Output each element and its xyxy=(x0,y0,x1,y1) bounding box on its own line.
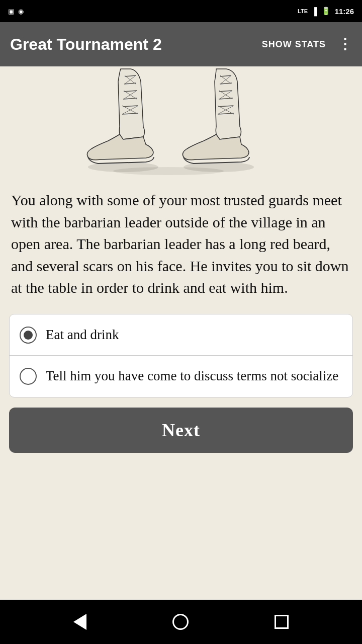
nav-bar xyxy=(0,600,362,644)
lte-icon: LTE xyxy=(298,8,308,14)
sim-icon: ▣ xyxy=(8,8,14,15)
next-button[interactable]: Next xyxy=(9,408,353,453)
status-bar: ▣ ◉ LTE ▐ 🔋 11:26 xyxy=(0,0,362,22)
status-bar-right: LTE ▐ 🔋 11:26 xyxy=(298,7,354,16)
back-button[interactable] xyxy=(73,614,86,630)
home-button[interactable] xyxy=(172,614,189,630)
option-2-label: Tell him you have come to discuss terms … xyxy=(46,367,338,386)
status-bar-left: ▣ ◉ xyxy=(8,8,24,15)
option-1[interactable]: Eat and drink xyxy=(10,314,352,356)
battery-icon: 🔋 xyxy=(321,7,331,16)
more-options-icon[interactable]: ⋮ xyxy=(338,37,352,51)
illustration-container xyxy=(0,66,362,177)
svg-point-27 xyxy=(113,167,224,175)
time-display: 11:26 xyxy=(335,7,354,16)
signal-icon: ▐ xyxy=(312,7,317,16)
boots-illustration xyxy=(45,66,317,177)
radio-button-1[interactable] xyxy=(20,327,37,344)
option-2[interactable]: Tell him you have come to discuss terms … xyxy=(10,356,352,397)
story-text: You along with some of your most trusted… xyxy=(0,177,362,309)
app-title: Great Tournament 2 xyxy=(10,35,162,54)
android-icon: ◉ xyxy=(18,8,24,15)
show-stats-button[interactable]: SHOW STATS xyxy=(262,39,326,50)
options-container: Eat and drink Tell him you have come to … xyxy=(9,314,353,398)
option-1-label: Eat and drink xyxy=(46,326,119,345)
toolbar-actions: SHOW STATS ⋮ xyxy=(262,37,352,51)
next-button-container: Next xyxy=(0,408,362,462)
recents-button[interactable] xyxy=(275,615,289,629)
svg-rect-0 xyxy=(45,66,317,177)
radio-button-2[interactable] xyxy=(20,368,37,385)
app-toolbar: Great Tournament 2 SHOW STATS ⋮ xyxy=(0,22,362,66)
main-content: You along with some of your most trusted… xyxy=(0,66,362,600)
